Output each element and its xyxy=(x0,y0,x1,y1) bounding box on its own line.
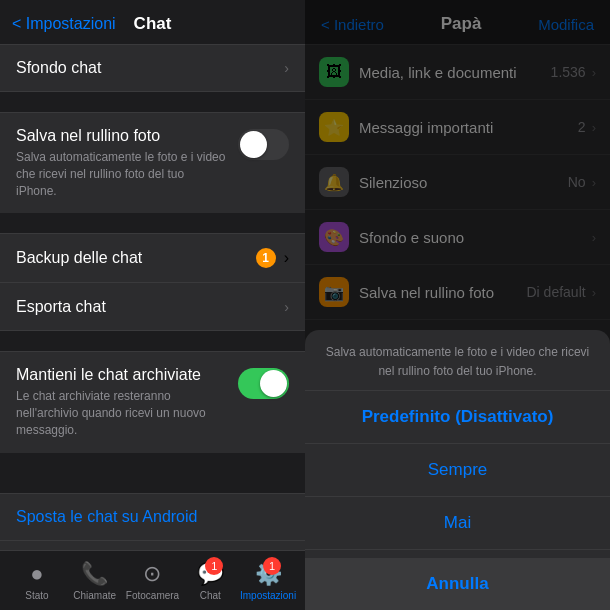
salva-description: Salva automaticamente le foto e i video … xyxy=(16,149,226,199)
tab-bar: ● Stato 📞 Chiamate ⊙ Fotocamera 1 💬 Chat… xyxy=(0,550,305,610)
back-button[interactable]: < Impostazioni xyxy=(12,15,116,33)
gap3 xyxy=(0,331,305,351)
left-content: Sfondo chat › Salva nel rullino foto Sal… xyxy=(0,44,305,550)
backup-badge-group: 1 › xyxy=(256,248,289,268)
action-sheet: Salva automaticamente le foto e i video … xyxy=(305,330,610,610)
salva-toggle-content: Salva nel rullino foto Salva automaticam… xyxy=(16,127,226,199)
esporta-chevron: › xyxy=(284,299,289,315)
action-sposta[interactable]: Sposta le chat su Android xyxy=(0,493,305,541)
chiamate-icon: 📞 xyxy=(81,561,108,587)
gap2 xyxy=(0,213,305,233)
stato-icon: ● xyxy=(30,561,43,587)
left-header: < Impostazioni Chat xyxy=(0,0,305,44)
impostazioni-badge: 1 xyxy=(263,557,281,575)
stato-label: Stato xyxy=(25,590,48,601)
esporta-label: Esporta chat xyxy=(16,298,106,316)
tab-stato[interactable]: ● Stato xyxy=(8,561,66,601)
tab-fotocamera[interactable]: ⊙ Fotocamera xyxy=(124,561,182,601)
sfondo-chevron: › xyxy=(284,60,289,76)
chat-label: Chat xyxy=(200,590,221,601)
tab-impostazioni[interactable]: 1 ⚙️ Impostazioni xyxy=(239,561,297,601)
actions-section: Sposta le chat su Android Archivia tutte… xyxy=(0,493,305,550)
mantieni-toggle[interactable] xyxy=(238,368,289,399)
salva-toggle-row: Salva nel rullino foto Salva automaticam… xyxy=(0,112,305,213)
esporta-row[interactable]: Esporta chat › xyxy=(0,283,305,331)
overlay: Salva automaticamente le foto e i video … xyxy=(305,0,610,610)
option-mai[interactable]: Mai xyxy=(305,497,610,550)
option-predefinito[interactable]: Predefinito (Disattivato) xyxy=(305,391,610,444)
salva-label: Salva nel rullino foto xyxy=(16,127,226,145)
page-title: Chat xyxy=(134,14,172,34)
right-panel: < Indietro Papà Modifica 🖼 Media, link e… xyxy=(305,0,610,610)
option-sempre[interactable]: Sempre xyxy=(305,444,610,497)
sfondo-section: Sfondo chat › xyxy=(0,44,305,92)
mantieni-toggle-content: Mantieni le chat archiviate Le chat arch… xyxy=(16,366,226,438)
fotocamera-icon: ⊙ xyxy=(143,561,161,587)
action-sheet-cancel[interactable]: Annulla xyxy=(305,558,610,610)
gap1 xyxy=(0,92,305,112)
impostazioni-label: Impostazioni xyxy=(240,590,296,601)
mantieni-toggle-row: Mantieni le chat archiviate Le chat arch… xyxy=(0,351,305,452)
action-sheet-header-text: Salva automaticamente le foto e i video … xyxy=(326,345,589,378)
action-sposta-label: Sposta le chat su Android xyxy=(16,508,197,525)
backup-row[interactable]: Backup delle chat 1 › xyxy=(0,233,305,283)
gap4 xyxy=(0,453,305,473)
chat-badge: 1 xyxy=(205,557,223,575)
sfondo-label: Sfondo chat xyxy=(16,59,101,77)
backup-chevron: › xyxy=(284,249,289,267)
mantieni-toggle-knob xyxy=(260,370,287,397)
mantieni-description: Le chat archiviate resteranno nell'archi… xyxy=(16,388,226,438)
left-panel: < Impostazioni Chat Sfondo chat › Salva … xyxy=(0,0,305,610)
chiamate-label: Chiamate xyxy=(73,590,116,601)
salva-toggle-knob xyxy=(240,131,267,158)
action-archivia[interactable]: Archivia tutte le chat xyxy=(0,541,305,550)
backup-badge: 1 xyxy=(256,248,276,268)
tab-chat[interactable]: 1 💬 Chat xyxy=(181,561,239,601)
action-sheet-header: Salva automaticamente le foto e i video … xyxy=(305,330,610,391)
sfondo-row[interactable]: Sfondo chat › xyxy=(0,44,305,92)
fotocamera-label: Fotocamera xyxy=(126,590,179,601)
tab-chiamate[interactable]: 📞 Chiamate xyxy=(66,561,124,601)
backup-label: Backup delle chat xyxy=(16,249,142,267)
mantieni-label: Mantieni le chat archiviate xyxy=(16,366,226,384)
salva-toggle[interactable] xyxy=(238,129,289,160)
